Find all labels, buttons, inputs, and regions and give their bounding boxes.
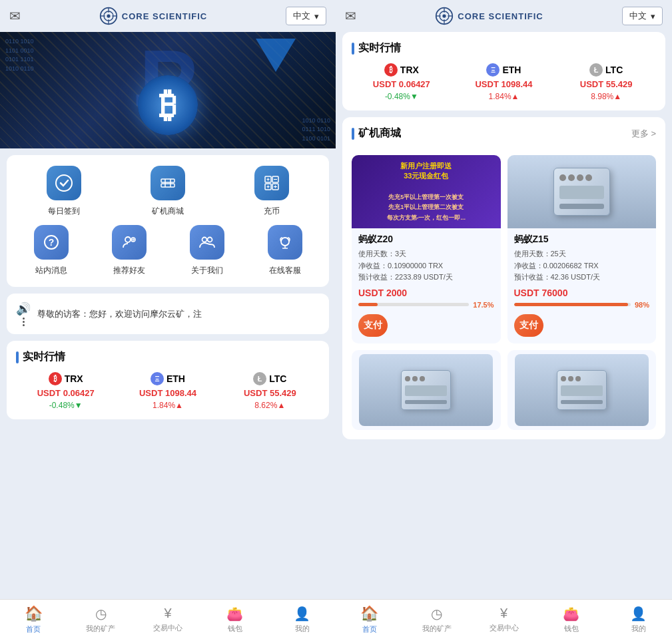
ltc-change-left: 8.62%▲ — [254, 401, 285, 410]
recharge-label: 充币 — [264, 206, 280, 217]
wallet-icon-left: 👛 — [226, 606, 243, 622]
ltc-icon-left: Ł — [253, 372, 266, 385]
service-label: 在线客服 — [269, 265, 301, 276]
nav-mining-left[interactable]: ◷ 我的矿产 — [67, 600, 135, 639]
nav-home-right[interactable]: 🏠 首页 — [336, 600, 403, 639]
nav-wallet-right[interactable]: 👛 钱包 — [537, 600, 605, 639]
trx-name-left: TRX — [65, 373, 83, 384]
mail-icon-right[interactable]: ✉ — [345, 8, 356, 24]
triangle-decoration — [256, 39, 296, 72]
progress-label-z15: 98% — [635, 301, 649, 309]
nav-home-left[interactable]: 🏠 首页 — [0, 600, 67, 639]
trx-change-right: -0.48%▼ — [385, 92, 418, 101]
qa-miner-shop[interactable]: 矿机商城 — [151, 166, 185, 217]
promo-text-z20: 新用户注册即送33元现金红包 先充5平以上管理第一次被支先充1平以上管理第二次被… — [382, 156, 472, 228]
quick-actions: 每日签到 矿机商城 — [7, 155, 329, 287]
miner-name-z20: 蚂蚁Z20 — [358, 234, 494, 246]
market-grid-right: ₿ TRX USDT 0.06427 -0.48%▼ Ξ ETH USDT 10… — [352, 63, 656, 101]
nav-trade-label-right: 交易中心 — [490, 623, 519, 633]
miner-info-z20: 蚂蚁Z20 使用天数：3天 净收益：0.10900000 TRX 预计收益：22… — [352, 228, 501, 284]
eth-price-left: USDT 1098.44 — [139, 388, 196, 398]
lang-selector-left[interactable]: 中文 ▾ — [286, 7, 326, 25]
daily-sign-label: 每日签到 — [48, 206, 80, 217]
announcement: 🔊 尊敬的访客：您好，欢迎访问摩尔云矿，注 — [7, 294, 329, 334]
miner-shop-icon — [151, 166, 185, 200]
eth-icon-left: Ξ — [151, 372, 164, 385]
miners-grid-bottom — [352, 350, 656, 430]
progress-z20: 17.5% — [358, 301, 494, 309]
miner-card-bottom-right — [507, 350, 657, 430]
nav-mining-label-left: 我的矿产 — [86, 624, 115, 634]
miners-grid: 新用户注册即送33元现金红包 先充5平以上管理第一次被支先充1平以上管理第二次被… — [352, 155, 656, 343]
nav-mine-label-left: 我的 — [295, 624, 310, 634]
mine-icon-right: 👤 — [630, 606, 647, 622]
qa-online-service[interactable]: 在线客服 — [268, 225, 302, 276]
qa-refer-friend[interactable]: 推荐好友 — [112, 225, 147, 276]
nav-trade-left[interactable]: ¥ 交易中心 — [135, 600, 202, 639]
miner-info-z15: 蚂蚁Z15 使用天数：25天 净收益：0.00206682 TRX 预计收益：4… — [507, 228, 657, 284]
coin-ltc-left: Ł LTC USDT 55.429 8.62%▲ — [220, 372, 320, 410]
mining-icon-right: ◷ — [431, 606, 442, 622]
brand-name-left: CORE SCIENTIFIC — [122, 11, 207, 21]
home-icon-left: 🏠 — [25, 605, 43, 622]
miner-card-z15: 蚂蚁Z15 使用天数：25天 净收益：0.00206682 TRX 预计收益：4… — [507, 155, 657, 343]
trx-icon-left: ₿ — [49, 372, 62, 385]
progress-bg-z20 — [358, 303, 469, 306]
svg-point-30 — [207, 238, 212, 242]
nav-mine-left[interactable]: 👤 我的 — [268, 600, 336, 639]
nav-mining-label-right: 我的矿产 — [422, 624, 452, 634]
svg-point-31 — [281, 238, 289, 246]
daily-sign-icon — [47, 166, 81, 200]
lang-selector-right[interactable]: 中文 ▾ — [622, 7, 663, 25]
pay-button-z20[interactable]: 支付 — [358, 314, 388, 337]
svg-point-25 — [125, 237, 131, 242]
trx-price-left: USDT 0.06427 — [37, 388, 95, 398]
svg-rect-8 — [161, 179, 174, 182]
pay-button-z15[interactable]: 支付 — [514, 314, 543, 337]
trx-name-right: TRX — [400, 65, 419, 75]
miner-detail-z15: 使用天数：25天 净收益：0.00206682 TRX 预计收益：42.36 U… — [514, 248, 650, 284]
qa-about-us[interactable]: 关于我们 — [190, 225, 224, 276]
right-header: ✉ CORE SCIENTIFIC 中文 ▾ — [336, 0, 672, 32]
qa-recharge[interactable]: 充币 — [254, 166, 289, 217]
qa-daily-sign[interactable]: 每日签到 — [47, 166, 81, 217]
ltc-price-left: USDT 55.429 — [244, 388, 296, 398]
nav-wallet-label-right: 钱包 — [564, 624, 579, 634]
nav-wallet-label-left: 钱包 — [228, 624, 242, 634]
progress-fill-z20 — [358, 303, 378, 306]
progress-bg-z15 — [514, 303, 631, 306]
eth-change-right: 1.84%▲ — [489, 92, 519, 101]
mine-icon-left: 👤 — [294, 606, 310, 622]
trx-icon-right: ₿ — [384, 63, 398, 77]
refer-icon — [112, 225, 147, 260]
announcement-text: 尊敬的访客：您好，欢迎访问摩尔云矿，注 — [37, 308, 202, 320]
ltc-icon-right: Ł — [589, 63, 603, 77]
market-title-left: 实时行情 — [16, 350, 320, 364]
nav-trade-right[interactable]: ¥ 交易中心 — [470, 600, 537, 639]
svg-point-2 — [107, 14, 110, 17]
trade-icon-left: ¥ — [164, 606, 171, 621]
nav-mining-right[interactable]: ◷ 我的矿产 — [403, 600, 470, 639]
svg-point-7 — [56, 175, 72, 191]
qa-messages[interactable]: ? 站内消息 — [34, 225, 69, 276]
service-icon — [268, 225, 302, 260]
more-link[interactable]: 更多 > — [631, 128, 656, 140]
ltc-name-right: LTC — [605, 65, 623, 75]
messages-label: 站内消息 — [35, 265, 67, 276]
market-section-right: 实时行情 ₿ TRX USDT 0.06427 -0.48%▼ Ξ ETH US… — [342, 32, 665, 110]
eth-name-right: ETH — [502, 65, 521, 75]
mail-icon-left[interactable]: ✉ — [9, 8, 21, 24]
eth-icon-right: Ξ — [486, 63, 500, 77]
nav-wallet-left[interactable]: 👛 钱包 — [201, 600, 268, 639]
nav-mine-right[interactable]: 👤 我的 — [605, 600, 672, 639]
miner-price-z20: USDT 2000 — [358, 288, 494, 298]
miner-price-z15: USDT 76000 — [514, 288, 650, 298]
messages-icon: ? — [34, 225, 69, 260]
miner-shop-label: 矿机商城 — [152, 206, 184, 217]
svg-rect-9 — [161, 184, 174, 187]
nav-trade-label-left: 交易中心 — [153, 623, 182, 633]
ltc-name-left: LTC — [269, 373, 286, 384]
eth-change-left: 1.84%▲ — [153, 401, 183, 410]
logo-right: CORE SCIENTIFIC — [435, 7, 543, 25]
qa-row-1: 每日签到 矿机商城 — [12, 166, 324, 217]
